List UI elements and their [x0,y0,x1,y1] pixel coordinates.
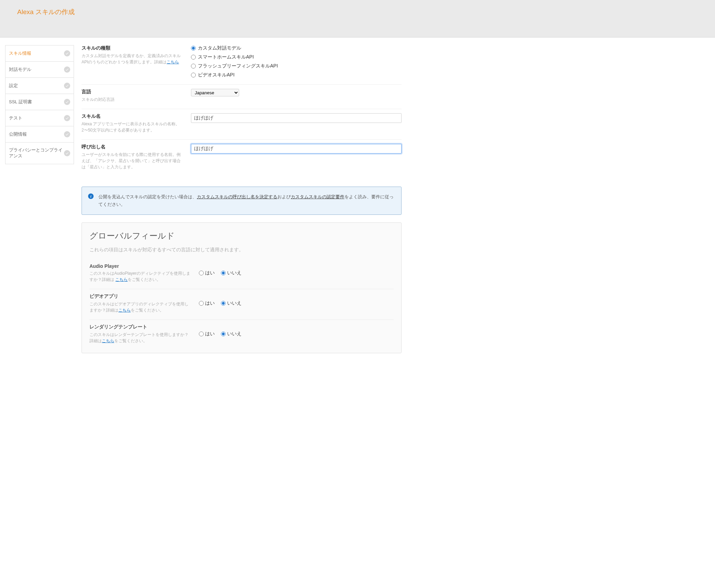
check-icon [64,150,70,156]
radio-no[interactable]: いいえ [221,300,242,306]
check-icon [64,115,70,121]
detail-link[interactable]: こちら [118,308,131,313]
global-title: グローバルフィールド [89,230,394,241]
sidebar-item-label: SSL 証明書 [9,99,32,105]
radio-input[interactable] [191,55,196,60]
radio-input[interactable] [199,332,204,336]
radio-no[interactable]: いいえ [221,331,242,337]
sidebar-item-test[interactable]: テスト [5,110,74,126]
field-invocation-name: 呼び出し名 ユーザーがスキルを有効にする際に使用する名前。例えば、「アレクサ、星… [82,140,402,176]
invocation-doc-link[interactable]: カスタムスキルの呼び出し名を決定する [197,194,277,199]
radio-input[interactable] [191,73,196,77]
sidebar-item-label: スキル情報 [9,51,31,56]
field-title: レンダリングテンプレート [89,324,192,330]
sidebar-item-privacy[interactable]: プライバシーとコンプライアンス [5,142,74,164]
field-desc: カスタム対話モデルを定義するか、定義済みのスキルAPIのうちのどれか１つを選択し… [82,53,184,65]
radio-input[interactable] [191,64,196,69]
field-render-template: レンダリングテンプレート このスキルはレンダーテンプレートを使用しますか？詳細は… [89,320,394,350]
page-title: Alexa スキルの作成 [17,8,715,17]
sidebar-item-publish[interactable]: 公開情報 [5,126,74,142]
content-area: スキルの種類 カスタム対話モデルを定義するか、定義済みのスキルAPIのうちのどれ… [82,45,402,353]
info-icon: i [88,193,94,199]
check-icon [64,83,70,89]
sidebar-item-ssl[interactable]: SSL 証明書 [5,94,74,110]
field-title: スキル名 [82,113,184,119]
radio-input[interactable] [221,301,226,306]
skill-name-input[interactable] [191,113,402,123]
sidebar-item-label: プライバシーとコンプライアンス [9,147,64,159]
field-desc: スキルの対応言語 [82,96,184,103]
field-skill-type: スキルの種類 カスタム対話モデルを定義するか、定義済みのスキルAPIのうちのどれ… [82,45,402,85]
field-video-app: ビデオアプリ このスキルはビデオアプリのディレクティブを使用しますか？詳細はこち… [89,289,394,320]
check-icon [64,131,70,137]
field-skill-name: スキル名 Alexa アプリでユーザーに表示されるスキルの名称。2〜50文字以内… [82,109,402,140]
sidebar-item-settings[interactable]: 設定 [5,77,74,94]
radio-yes[interactable]: はい [199,331,215,337]
global-subtitle: これらの項目はスキルが対応するすべての言語に対して適用されます。 [89,247,394,253]
radio-input[interactable] [221,332,226,336]
page-header: Alexa スキルの作成 [0,0,715,38]
sidebar-item-label: 公開情報 [9,132,27,137]
sidebar-item-skill-info[interactable]: スキル情報 [5,45,74,61]
radio-custom-model[interactable]: カスタム対話モデル [191,45,402,51]
radio-yes[interactable]: はい [199,300,215,306]
field-desc: Alexa アプリでユーザーに表示されるスキルの名称。2〜50文字以内にする必要… [82,121,184,133]
field-title: 言語 [82,89,184,95]
main-layout: スキル情報 対話モデル 設定 SSL 証明書 テスト 公開情報 プライバシーとコ… [0,38,715,367]
global-fields-panel: グローバルフィールド これらの項目はスキルが対応するすべての言語に対して適用され… [82,222,402,353]
radio-yes[interactable]: はい [199,270,215,276]
radio-input[interactable] [199,271,204,275]
sidebar-item-label: テスト [9,115,22,121]
radio-smart-home[interactable]: スマートホームスキルAPI [191,54,402,60]
detail-link[interactable]: こちら [102,338,114,343]
field-desc: このスキルはビデオアプリのディレクティブを使用しますか？詳細はこちらをご覧くださ… [89,301,192,313]
check-icon [64,50,70,56]
detail-link[interactable]: こちら [115,277,128,282]
radio-flash-briefing[interactable]: フラッシュブリーフィングスキルAPI [191,63,402,69]
invocation-name-input[interactable] [191,144,402,154]
radio-input[interactable] [199,301,204,306]
sidebar: スキル情報 対話モデル 設定 SSL 証明書 テスト 公開情報 プライバシーとコ… [5,45,74,353]
field-language: 言語 スキルの対応言語 Japanese [82,85,402,109]
detail-link[interactable]: こちら [167,60,179,64]
sidebar-item-label: 設定 [9,83,18,89]
radio-no[interactable]: いいえ [221,270,242,276]
info-callout: i 公開を見込んでスキルの認定を受けたい場合は、カスタムスキルの呼び出し名を決定… [82,187,402,215]
cert-doc-link[interactable]: カスタムスキルの認定要件 [291,194,344,199]
field-title: 呼び出し名 [82,144,184,150]
check-icon [64,99,70,105]
check-icon [64,66,70,73]
radio-input[interactable] [221,271,226,275]
radio-video-skill[interactable]: ビデオスキルAPI [191,72,402,78]
field-title: Audio Player [89,263,192,269]
field-title: ビデオアプリ [89,293,192,300]
field-desc: このスキルはレンダーテンプレートを使用しますか？詳細はこちらをご覧ください。 [89,332,192,344]
field-desc: ユーザーがスキルを有効にする際に使用する名前。例えば、「アレクサ、星占いを開いて… [82,151,184,170]
field-desc: このスキルはAudioPlayerのディレクティブを使用しますか？詳細は こちら… [89,270,192,283]
field-audio-player: Audio Player このスキルはAudioPlayerのディレクティブを使… [89,259,394,289]
sidebar-item-label: 対話モデル [9,67,31,73]
field-title: スキルの種類 [82,45,184,51]
language-select[interactable]: Japanese [191,89,239,96]
radio-input[interactable] [191,46,196,51]
sidebar-item-interaction-model[interactable]: 対話モデル [5,61,74,77]
